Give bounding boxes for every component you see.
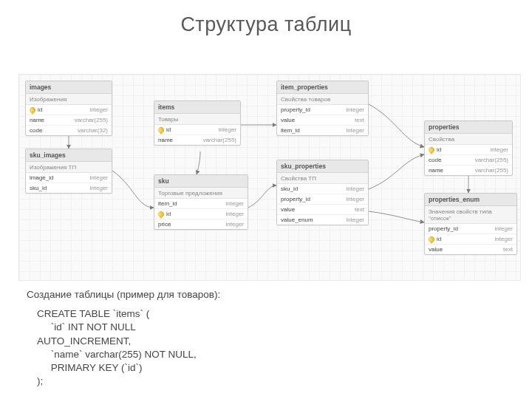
rel-items-sku [197,151,200,174]
col-row: idinteger [154,125,240,135]
col-row: idinteger [425,234,516,245]
rel-sku-skuprops [248,185,276,208]
pk-icon [157,210,165,218]
col-row: namevarchar(255) [154,135,240,145]
table-label: Изображения [26,94,112,105]
col-row: value_enuminteger [277,215,368,225]
col-row: valuetext [425,245,516,254]
pk-icon [427,146,435,154]
erd-canvas: images Изображения idinteger namevarchar… [18,74,521,281]
table-images: images Изображения idinteger namevarchar… [25,81,112,136]
table-sku-properties: sku_properties Свойства ТП sku_idinteger… [276,160,369,225]
col-row: property_idinteger [425,224,516,234]
footer-caption: Создание таблицы (пример для товаров): [27,288,220,301]
table-label: Изображения ТП [26,162,112,173]
col-row: item_idinteger [154,199,248,209]
sql-example: CREATE TABLE `items` ( `id` INT NOT NULL… [37,307,220,388]
col-row: idinteger [154,209,248,219]
footer: Создание таблицы (пример для товаров): C… [27,288,220,389]
table-properties: properties Свойства idinteger codevarcha… [424,120,513,176]
col-row: item_idinteger [277,126,368,135]
table-sku-images: sku_images Изображения ТП image_idintege… [25,149,112,194]
table-properties-enum: properties_enum Значения свойств типа "с… [424,193,517,255]
col-row: valuetext [277,205,368,215]
col-row: codevarchar(255) [425,155,512,166]
table-item-properties: item_properties Свойства товаров propert… [276,81,369,136]
table-name: properties [425,121,512,134]
col-row: sku_idinteger [26,183,112,193]
table-label: Значения свойств типа "список" [425,206,516,224]
pk-icon [157,126,165,134]
table-name: images [26,81,112,94]
rel-skuimages-sku [112,171,154,208]
table-label: Свойства [425,134,512,145]
table-name: items [154,101,240,114]
table-sku: sku Торговые предложения item_idinteger … [154,174,248,230]
col-row: property_idinteger [277,105,368,115]
col-row: namevarchar(255) [26,115,112,126]
col-row: property_idinteger [277,194,368,205]
rel-skuprops-propenum [369,211,424,222]
col-row: sku_idinteger [277,184,368,194]
pk-icon [28,106,36,114]
rel-skuprops-properties [369,154,424,189]
table-name: item_properties [277,81,368,94]
rel-itemprops-properties [369,104,424,147]
table-label: Торговые предложения [154,188,248,199]
table-label: Свойства ТП [277,173,368,184]
table-name: sku [154,175,248,188]
col-row: idinteger [26,105,112,115]
pk-icon [427,235,435,243]
table-items: items Товары idinteger namevarchar(255) [154,100,241,146]
table-name: sku_images [26,149,112,162]
col-row: valuetext [277,115,368,126]
col-row: idinteger [425,145,512,155]
col-row: priceinteger [154,219,248,229]
col-row: codevarchar(32) [26,126,112,135]
table-name: properties_enum [425,194,516,206]
table-name: sku_properties [277,160,368,173]
table-label: Свойства товаров [277,94,368,105]
table-label: Товары [154,114,240,125]
col-row: namevarchar(255) [425,166,512,175]
page-title: Структура таблиц [0,0,532,36]
col-row: image_idinteger [26,173,112,183]
